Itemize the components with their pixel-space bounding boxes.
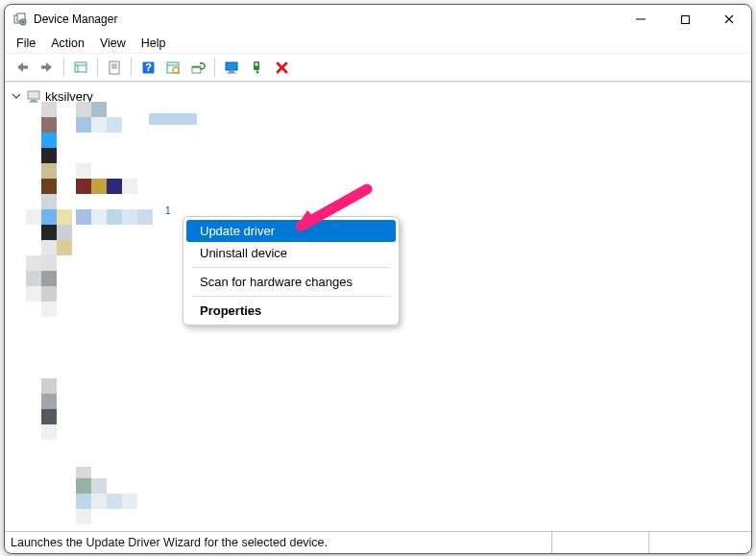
menu-bar: File Action View Help	[5, 34, 751, 53]
svg-rect-52	[41, 271, 57, 286]
toolbar-separator	[63, 58, 64, 77]
enable-device-button[interactable]	[245, 56, 268, 79]
svg-rect-49	[26, 255, 41, 271]
svg-rect-67	[76, 209, 91, 225]
svg-rect-77	[76, 478, 91, 494]
svg-line-22	[178, 72, 180, 74]
toolbar: ?	[5, 53, 751, 82]
context-menu: Update driver Uninstall device Scan for …	[183, 216, 400, 326]
status-cell	[648, 532, 745, 553]
maximize-button[interactable]	[663, 5, 707, 34]
svg-point-3	[22, 21, 24, 23]
close-button[interactable]	[707, 5, 751, 34]
app-icon	[12, 12, 28, 27]
selection-marker: 1	[165, 205, 171, 216]
svg-rect-66	[122, 179, 137, 194]
svg-rect-80	[91, 494, 107, 509]
ctx-item-label: Uninstall device	[200, 246, 287, 260]
svg-rect-83	[76, 509, 91, 524]
svg-rect-64	[91, 179, 107, 194]
menu-action[interactable]: Action	[43, 35, 92, 52]
menu-view[interactable]: View	[92, 35, 134, 52]
menu-file[interactable]: File	[9, 35, 43, 52]
svg-rect-38	[41, 148, 57, 163]
svg-rect-46	[57, 225, 72, 240]
svg-rect-74	[41, 409, 57, 424]
menu-help[interactable]: Help	[134, 35, 174, 52]
svg-rect-65	[107, 179, 122, 194]
svg-rect-51	[26, 271, 41, 286]
ctx-item-label: Properties	[200, 303, 261, 318]
svg-rect-62	[76, 163, 91, 179]
svg-rect-69	[107, 209, 122, 225]
properties-button[interactable]	[103, 56, 126, 79]
svg-rect-40	[41, 179, 57, 194]
svg-rect-29	[255, 63, 257, 66]
title-bar: Device Manager	[5, 5, 751, 34]
svg-rect-54	[41, 286, 57, 302]
svg-rect-82	[122, 494, 137, 509]
svg-rect-57	[91, 102, 107, 117]
show-hidden-devices-button[interactable]	[69, 56, 92, 79]
back-button[interactable]	[11, 56, 34, 79]
ctx-uninstall[interactable]: Uninstall device	[186, 242, 396, 264]
ctx-update-driver[interactable]: Update driver	[186, 220, 396, 242]
svg-rect-56	[76, 102, 91, 117]
minimize-button[interactable]	[619, 5, 663, 34]
device-tree[interactable]: kksilvery	[5, 82, 751, 531]
svg-rect-32	[28, 91, 39, 99]
svg-rect-75	[41, 424, 57, 440]
status-text: Launches the Update Driver Wizard for th…	[11, 536, 551, 549]
svg-rect-25	[226, 62, 237, 70]
svg-rect-42	[26, 209, 41, 225]
svg-rect-63	[76, 179, 91, 194]
svg-rect-71	[137, 209, 153, 225]
svg-rect-48	[57, 240, 72, 255]
svg-rect-68	[91, 209, 107, 225]
svg-rect-8	[23, 65, 28, 68]
svg-rect-43	[41, 209, 57, 225]
svg-rect-9	[41, 65, 46, 68]
svg-rect-45	[41, 225, 57, 240]
svg-rect-70	[122, 209, 137, 225]
svg-rect-78	[91, 478, 107, 494]
ctx-item-label: Scan for hardware changes	[200, 275, 353, 289]
svg-rect-59	[91, 117, 107, 133]
svg-rect-39	[41, 163, 57, 179]
svg-rect-58	[76, 117, 91, 133]
ctx-item-label: Update driver	[200, 224, 275, 238]
window-title: Device Manager	[34, 12, 117, 26]
ctx-scan-hardware[interactable]: Scan for hardware changes	[186, 271, 396, 293]
svg-rect-73	[41, 394, 57, 409]
svg-rect-5	[681, 15, 689, 23]
svg-rect-35	[41, 102, 57, 117]
caret-down-icon[interactable]	[11, 90, 22, 102]
svg-rect-24	[192, 66, 201, 68]
svg-rect-55	[41, 302, 57, 317]
uninstall-button[interactable]	[270, 56, 293, 79]
monitor-icon-button[interactable]	[220, 56, 243, 79]
toolbar-separator	[131, 58, 132, 77]
svg-text:?: ?	[145, 61, 152, 73]
svg-rect-60	[107, 117, 122, 133]
forward-button[interactable]	[36, 56, 59, 79]
update-driver-button[interactable]	[186, 56, 209, 79]
toolbar-separator	[214, 58, 215, 77]
scan-hardware-button[interactable]	[161, 56, 184, 79]
svg-rect-76	[76, 467, 91, 478]
status-bar: Launches the Update Driver Wizard for th…	[5, 531, 751, 553]
svg-rect-72	[41, 378, 57, 394]
device-manager-window: Device Manager File Action View Help	[4, 4, 752, 554]
svg-rect-61	[149, 113, 197, 125]
svg-rect-47	[41, 240, 57, 255]
svg-rect-36	[41, 117, 57, 133]
ctx-separator	[192, 296, 390, 297]
help-button[interactable]: ?	[136, 56, 159, 79]
svg-rect-10	[75, 62, 86, 72]
svg-rect-27	[227, 72, 236, 73]
ctx-properties[interactable]: Properties	[186, 300, 396, 322]
svg-rect-26	[229, 71, 234, 73]
svg-rect-50	[41, 255, 57, 271]
svg-rect-79	[76, 494, 91, 509]
svg-rect-44	[57, 209, 72, 225]
